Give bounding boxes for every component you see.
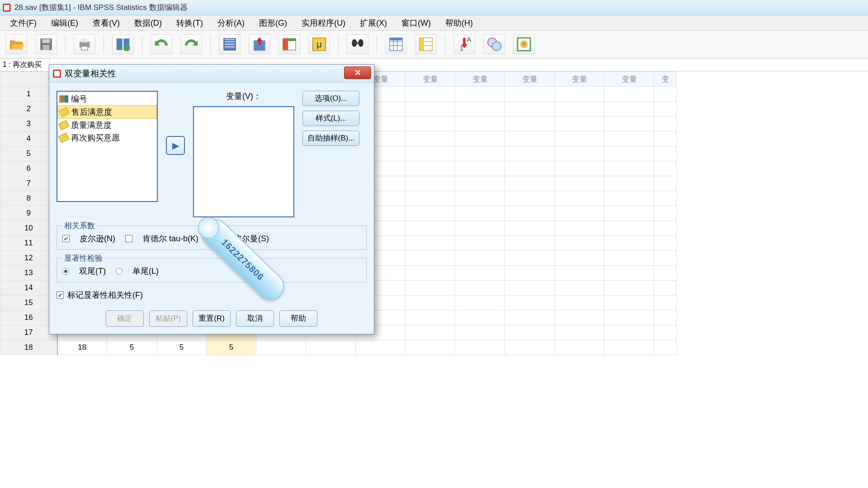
menu-edit[interactable]: 编辑(E) <box>44 16 85 30</box>
data-cell[interactable] <box>505 221 555 236</box>
pearson-checkbox[interactable]: ✔ <box>62 235 70 242</box>
reset-button[interactable]: 重置(R) <box>193 310 231 327</box>
data-cell[interactable] <box>406 117 455 131</box>
value-labels-icon[interactable] <box>483 34 505 54</box>
data-cell[interactable] <box>555 251 604 266</box>
data-cell[interactable] <box>654 87 677 102</box>
move-right-button[interactable]: ▶ <box>166 136 185 155</box>
data-cell[interactable] <box>654 325 677 340</box>
data-cell[interactable] <box>406 251 455 266</box>
two-tailed-radio[interactable] <box>62 268 69 275</box>
data-cell[interactable] <box>455 191 505 206</box>
data-cell[interactable] <box>555 266 604 281</box>
data-cell[interactable] <box>406 161 455 176</box>
data-cell[interactable] <box>654 206 677 221</box>
data-cell[interactable] <box>455 206 505 221</box>
data-cell[interactable] <box>455 281 505 296</box>
data-cell[interactable] <box>604 87 654 102</box>
data-cell[interactable] <box>604 221 654 236</box>
ok-button[interactable]: 确定 <box>106 310 144 327</box>
data-cell[interactable] <box>505 340 555 355</box>
data-cell[interactable] <box>406 206 455 221</box>
data-cell[interactable] <box>406 296 455 310</box>
data-cell[interactable]: 5 <box>157 340 207 355</box>
data-cell[interactable] <box>654 131 677 146</box>
menu-transform[interactable]: 转换(T) <box>169 16 210 30</box>
data-cell[interactable] <box>455 146 505 161</box>
menu-graphs[interactable]: 图形(G) <box>252 16 294 30</box>
data-cell[interactable] <box>654 236 677 251</box>
paste-button[interactable]: 粘贴(P) <box>149 310 187 327</box>
data-cell[interactable] <box>654 221 677 236</box>
redo-icon[interactable] <box>180 34 202 54</box>
data-cell[interactable] <box>604 146 654 161</box>
data-cell[interactable] <box>555 176 604 191</box>
data-cell[interactable] <box>455 251 505 266</box>
menu-analyze[interactable]: 分析(A) <box>210 16 252 30</box>
variables-icon[interactable] <box>278 34 300 54</box>
data-cell[interactable]: 18 <box>57 340 107 355</box>
data-cell[interactable] <box>604 102 654 117</box>
data-cell[interactable] <box>505 206 555 221</box>
data-cell[interactable] <box>604 117 654 131</box>
target-variables-list[interactable] <box>193 106 294 217</box>
data-cell[interactable] <box>505 296 555 310</box>
data-cell[interactable] <box>555 310 604 325</box>
menu-utilities[interactable]: 实用程序(U) <box>294 16 353 30</box>
data-cell[interactable] <box>654 146 677 161</box>
data-cell[interactable] <box>406 146 455 161</box>
data-cell[interactable] <box>505 102 555 117</box>
bootstrap-button[interactable]: 自助抽样(B)... <box>302 131 359 146</box>
data-cell[interactable] <box>455 87 505 102</box>
save-icon[interactable] <box>35 34 57 54</box>
column-header[interactable]: 变量 <box>555 72 604 87</box>
data-cell[interactable] <box>654 310 677 325</box>
print-icon[interactable] <box>74 34 95 54</box>
data-cell[interactable] <box>654 281 677 296</box>
data-cell[interactable] <box>406 281 455 296</box>
column-header[interactable]: 变 <box>654 72 677 87</box>
source-list-item[interactable]: 质量满意度 <box>57 119 157 131</box>
use-sets-icon[interactable]: + <box>513 34 535 54</box>
data-cell[interactable] <box>455 310 505 325</box>
data-cell[interactable] <box>406 87 455 102</box>
data-cell[interactable] <box>505 281 555 296</box>
data-cell[interactable] <box>654 340 677 355</box>
one-tailed-radio[interactable] <box>116 268 123 275</box>
data-cell[interactable] <box>505 131 555 146</box>
data-cell[interactable] <box>604 236 654 251</box>
help-button[interactable]: 帮助 <box>279 310 317 327</box>
data-cell[interactable] <box>455 161 505 176</box>
source-variables-list[interactable]: 编号售后满意度质量满意度再次购买意愿 <box>57 91 158 202</box>
goto-case-icon[interactable] <box>219 34 241 54</box>
menu-data[interactable]: 数据(D) <box>127 16 169 30</box>
data-cell[interactable] <box>555 340 604 355</box>
column-header[interactable]: 变量 <box>455 72 505 87</box>
data-cell[interactable]: 5 <box>107 340 157 355</box>
select-cases-icon[interactable]: 1A <box>453 34 475 54</box>
data-cell[interactable] <box>406 131 455 146</box>
data-cell[interactable] <box>654 266 677 281</box>
column-header[interactable]: 变量 <box>505 72 555 87</box>
data-cell[interactable] <box>455 340 505 355</box>
data-cell[interactable] <box>406 266 455 281</box>
data-cell[interactable] <box>505 161 555 176</box>
data-cell[interactable] <box>505 310 555 325</box>
data-cell[interactable] <box>604 325 654 340</box>
data-cell[interactable] <box>406 176 455 191</box>
data-cell[interactable] <box>604 296 654 310</box>
style-button[interactable]: 样式(L)... <box>302 111 359 126</box>
menu-help[interactable]: 帮助(H) <box>438 16 480 30</box>
data-cell[interactable] <box>455 176 505 191</box>
menu-extensions[interactable]: 扩展(X) <box>353 16 394 30</box>
data-cell[interactable] <box>406 236 455 251</box>
data-cell[interactable] <box>505 117 555 131</box>
data-cell[interactable] <box>604 206 654 221</box>
data-cell[interactable] <box>555 281 604 296</box>
data-cell[interactable] <box>555 161 604 176</box>
data-cell[interactable] <box>555 325 604 340</box>
data-cell[interactable] <box>654 176 677 191</box>
data-cell[interactable] <box>455 325 505 340</box>
data-cell[interactable] <box>256 340 306 355</box>
data-cell[interactable] <box>406 325 455 340</box>
